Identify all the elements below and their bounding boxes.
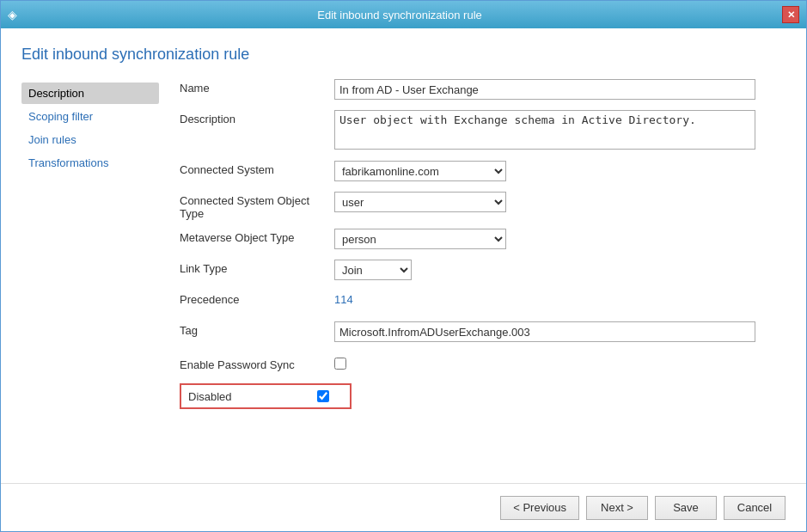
name-label: Name xyxy=(180,79,334,95)
cancel-button[interactable]: Cancel xyxy=(724,496,786,520)
connected-system-row: Connected System fabrikamonline.com xyxy=(180,161,786,183)
description-label: Description xyxy=(180,110,334,125)
link-type-container: Join xyxy=(334,260,786,280)
connected-system-object-type-select[interactable]: user xyxy=(334,192,506,212)
connected-system-object-type-label: Connected System Object Type xyxy=(180,192,334,220)
enable-password-sync-label: Enable Password Sync xyxy=(180,356,334,371)
enable-password-sync-row: Enable Password Sync xyxy=(180,352,786,375)
footer: < Previous Next > Save Cancel xyxy=(1,483,806,531)
sidebar-item-transformations[interactable]: Transformations xyxy=(21,152,159,174)
precedence-row: Precedence 114 xyxy=(180,290,786,313)
metaverse-object-type-row: Metaverse Object Type person xyxy=(180,229,786,251)
disabled-row: Disabled xyxy=(180,383,352,409)
save-button[interactable]: Save xyxy=(655,496,717,520)
description-row: Description User object with Exchange sc… xyxy=(180,110,786,152)
connected-system-label: Connected System xyxy=(180,161,334,176)
tag-value-container xyxy=(334,321,786,342)
name-input[interactable] xyxy=(334,79,755,100)
page-title: Edit inbound synchronization rule xyxy=(21,46,786,64)
disabled-checkbox[interactable] xyxy=(317,390,329,402)
previous-button[interactable]: < Previous xyxy=(500,496,579,520)
sidebar-item-scoping-filter[interactable]: Scoping filter xyxy=(21,106,159,127)
title-bar-text: Edit inbound synchronization rule xyxy=(17,9,782,21)
name-row: Name xyxy=(180,79,786,101)
main-body: Description Scoping filter Join rules Tr… xyxy=(21,79,786,483)
link-type-select[interactable]: Join xyxy=(334,260,412,280)
window-icon: ◈ xyxy=(8,8,17,21)
name-value-container xyxy=(334,79,786,100)
main-window: ◈ Edit inbound synchronization rule ✕ Ed… xyxy=(0,0,807,532)
form-area: Name Description User object with Exchan… xyxy=(159,79,786,483)
precedence-label: Precedence xyxy=(180,290,334,306)
metaverse-object-type-label: Metaverse Object Type xyxy=(180,229,334,244)
title-bar: ◈ Edit inbound synchronization rule ✕ xyxy=(1,1,806,28)
tag-label: Tag xyxy=(180,321,334,337)
close-button[interactable]: ✕ xyxy=(782,6,799,23)
connected-system-object-type-row: Connected System Object Type user xyxy=(180,192,786,220)
sidebar-item-description[interactable]: Description xyxy=(21,83,159,104)
connected-system-object-type-container: user xyxy=(334,192,786,212)
enable-password-sync-checkbox[interactable] xyxy=(334,358,346,370)
link-type-row: Link Type Join xyxy=(180,260,786,282)
link-type-label: Link Type xyxy=(180,260,334,275)
description-value-container: User object with Exchange schema in Acti… xyxy=(334,110,786,152)
tag-row: Tag xyxy=(180,321,786,344)
description-input[interactable]: User object with Exchange schema in Acti… xyxy=(334,110,755,150)
sidebar: Description Scoping filter Join rules Tr… xyxy=(21,79,159,483)
metaverse-object-type-container: person xyxy=(334,229,786,249)
metaverse-object-type-select[interactable]: person xyxy=(334,229,506,249)
next-button[interactable]: Next > xyxy=(586,496,648,520)
tag-input[interactable] xyxy=(334,321,755,342)
precedence-value: 114 xyxy=(334,290,353,306)
connected-system-select[interactable]: fabrikamonline.com xyxy=(334,161,506,181)
connected-system-value-container: fabrikamonline.com xyxy=(334,161,786,181)
disabled-label: Disabled xyxy=(188,390,317,403)
content-area: Edit inbound synchronization rule Descri… xyxy=(1,28,806,483)
sidebar-item-join-rules[interactable]: Join rules xyxy=(21,129,159,150)
